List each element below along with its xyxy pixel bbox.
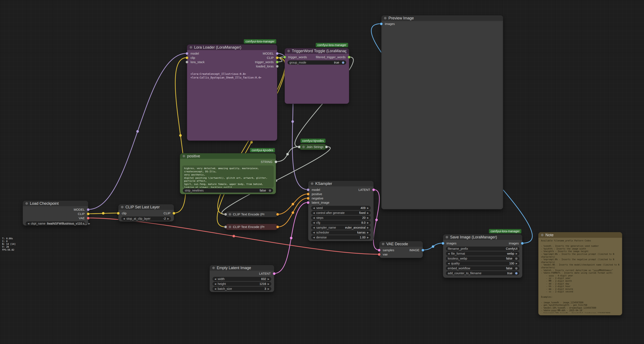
- collapse-icon[interactable]: [541, 234, 544, 236]
- prompt-textarea[interactable]: highres, very detailed, amazing quality,…: [182, 166, 274, 188]
- widget-stop-at-clip-layer[interactable]: stop_at_clip_layer -2: [121, 216, 171, 221]
- stepper-left-icon[interactable]: [448, 252, 450, 255]
- loaded-loras-output-dot[interactable]: [276, 65, 278, 68]
- collapse-icon[interactable]: [302, 146, 305, 148]
- node-join-strings[interactable]: comfyui-kjnodes Join Strings: [299, 144, 326, 150]
- stepper-right-icon[interactable]: [268, 288, 270, 290]
- node-header[interactable]: positive: [180, 153, 276, 159]
- stepper-right-icon[interactable]: [88, 222, 90, 225]
- lora-syntax-text[interactable]: <lora:CreateConcept_Illustrious:0.8> <lo…: [190, 72, 274, 80]
- conditioning-output-dot[interactable]: [276, 213, 279, 216]
- node-header[interactable]: Save Image (LoraManager): [443, 234, 522, 240]
- positive-input-dot[interactable]: [307, 193, 310, 196]
- node-header[interactable]: Note: [538, 232, 622, 238]
- widget-scheduler[interactable]: scheduler karras: [311, 230, 371, 234]
- clip-output-dot[interactable]: [87, 213, 90, 216]
- stepper-right-icon[interactable]: [367, 232, 369, 234]
- node-preview-image[interactable]: Preview Image images: [381, 15, 503, 210]
- stepper-right-icon[interactable]: [367, 212, 369, 214]
- collapse-icon[interactable]: [26, 202, 28, 205]
- collapse-icon[interactable]: [190, 46, 192, 48]
- collapse-icon[interactable]: [446, 236, 448, 238]
- collapse-icon[interactable]: [229, 226, 231, 228]
- images-input-dot[interactable]: [442, 242, 444, 245]
- filtered-trigger-words-output-dot[interactable]: [348, 56, 350, 59]
- stepper-left-icon[interactable]: [123, 218, 125, 220]
- node-header[interactable]: KSampler: [308, 181, 374, 186]
- widget-seed[interactable]: seed 409: [311, 206, 371, 210]
- collapse-icon[interactable]: [212, 266, 215, 269]
- model-input-dot[interactable]: [307, 188, 310, 191]
- clip-text-input-dot[interactable]: [224, 226, 227, 228]
- stepper-right-icon[interactable]: [168, 218, 169, 220]
- node-lora-loader[interactable]: comfyui-lora-manager Lora Loader (LoraMa…: [187, 44, 277, 141]
- latent-output-dot[interactable]: [273, 272, 276, 275]
- node-ksampler[interactable]: KSampler model LATENT positive negative …: [308, 181, 374, 241]
- widget-filename-prefix[interactable]: filename_prefix ComfyUI: [446, 246, 520, 251]
- trigger-words-output-dot[interactable]: [276, 61, 278, 64]
- latent-output-dot[interactable]: [372, 188, 375, 191]
- node-header[interactable]: VAE Decode: [379, 241, 423, 247]
- clip-input-dot[interactable]: [186, 56, 188, 59]
- model-output-dot[interactable]: [87, 208, 90, 211]
- conditioning-output-dot[interactable]: [276, 226, 279, 228]
- vae-output-dot[interactable]: [87, 217, 90, 220]
- toggle-pip-icon[interactable]: [342, 62, 344, 64]
- node-clip-set-last-layer[interactable]: CLIP Set Last Layer clip CLIP stop_at_cl…: [118, 204, 174, 222]
- widget-add-counter-to-filename[interactable]: add_counter_to_filename true: [446, 271, 520, 275]
- toggle-pip-icon[interactable]: [269, 190, 271, 192]
- collapse-icon[interactable]: [311, 182, 313, 185]
- stepper-left-icon[interactable]: [28, 222, 29, 225]
- widget-steps[interactable]: steps 20: [311, 216, 371, 220]
- widget-denoise[interactable]: denoise 1.00: [311, 235, 371, 240]
- samples-input-dot[interactable]: [378, 249, 380, 252]
- widget-control-after-generate[interactable]: control after generate fixed: [311, 211, 371, 215]
- node-empty-latent-image[interactable]: Empty Latent Image LATENT width 832 heig…: [210, 265, 274, 292]
- trigger-words-input-dot[interactable]: [283, 56, 286, 59]
- images-output-dot[interactable]: [521, 242, 524, 245]
- clip-output-dot[interactable]: [172, 212, 175, 215]
- node-note[interactable]: Note Available filename_prefix Pattern C…: [538, 232, 622, 316]
- clip-text-input-dot[interactable]: [224, 213, 227, 216]
- widget-lossless-webp[interactable]: lossless_webp false: [446, 256, 520, 260]
- node-clip-text-encode-negative[interactable]: CLIP Text Encode (Pr: [226, 224, 278, 230]
- node-header[interactable]: CLIP Set Last Layer: [118, 204, 174, 210]
- node-positive-prompt[interactable]: comfyui-kjnodes positive STRING highres,…: [180, 153, 276, 194]
- stepper-left-icon[interactable]: [313, 212, 315, 214]
- stepper-left-icon[interactable]: [214, 278, 216, 280]
- widget-sampler-name[interactable]: sampler_name euler_ancestral: [311, 226, 371, 230]
- collapse-icon[interactable]: [384, 17, 386, 20]
- stepper-right-icon[interactable]: [268, 283, 270, 285]
- stepper-right-icon[interactable]: [516, 252, 518, 255]
- workflow-canvas[interactable]: T: 0.00s I: 0 N: 14 [14] V: 28 FPS:56.82…: [0, 0, 644, 344]
- toggle-pip-icon[interactable]: [515, 267, 518, 270]
- stepper-left-icon[interactable]: [313, 232, 315, 234]
- toggle-pip-icon[interactable]: [515, 272, 518, 274]
- node-save-image[interactable]: comfyui-lora-manager Save Image (LoraMan…: [443, 234, 522, 278]
- widget-embed-workflow[interactable]: embed_workflow false: [446, 266, 520, 270]
- stepper-left-icon[interactable]: [313, 222, 315, 224]
- string-output-dot[interactable]: [274, 160, 277, 163]
- stepper-right-icon[interactable]: [268, 278, 270, 280]
- toggle-pip-icon[interactable]: [515, 258, 518, 260]
- widget-cfg[interactable]: cfg 8.0: [311, 220, 371, 225]
- collapse-icon[interactable]: [121, 206, 124, 208]
- string-output-dot[interactable]: [325, 146, 328, 148]
- stepper-left-icon[interactable]: [214, 283, 216, 285]
- widget-group-mode[interactable]: group_mode true: [288, 60, 346, 64]
- stepper-left-icon[interactable]: [313, 236, 315, 239]
- stepper-left-icon[interactable]: [448, 262, 450, 265]
- node-header[interactable]: Load Checkpoint: [23, 201, 88, 206]
- stepper-left-icon[interactable]: [313, 207, 315, 209]
- stepper-left-icon[interactable]: [313, 217, 315, 219]
- stepper-right-icon[interactable]: [367, 236, 369, 239]
- widget-height[interactable]: height 1216: [212, 282, 271, 286]
- stepper-right-icon[interactable]: [367, 222, 369, 224]
- node-header[interactable]: Preview Image: [382, 15, 503, 21]
- node-header[interactable]: Lora Loader (LoraManager): [187, 44, 277, 50]
- stepper-right-icon[interactable]: [367, 226, 369, 229]
- widget-file-format[interactable]: file_format webp: [446, 252, 520, 256]
- clip-input-dot[interactable]: [117, 212, 120, 215]
- widget-strip-newlines[interactable]: strip_newlines false: [183, 188, 273, 192]
- vae-input-dot[interactable]: [378, 253, 380, 256]
